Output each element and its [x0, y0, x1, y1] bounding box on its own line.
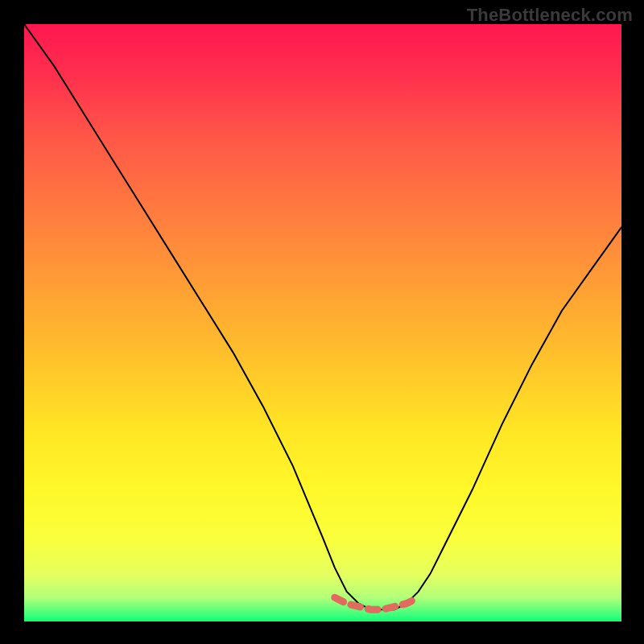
chart-frame: TheBottleneck.com — [0, 0, 644, 644]
highlight-segment — [335, 597, 419, 609]
curve-layer — [24, 24, 621, 621]
plot-area — [24, 24, 621, 621]
watermark-text: TheBottleneck.com — [467, 5, 633, 26]
bottleneck-curve — [24, 24, 621, 609]
